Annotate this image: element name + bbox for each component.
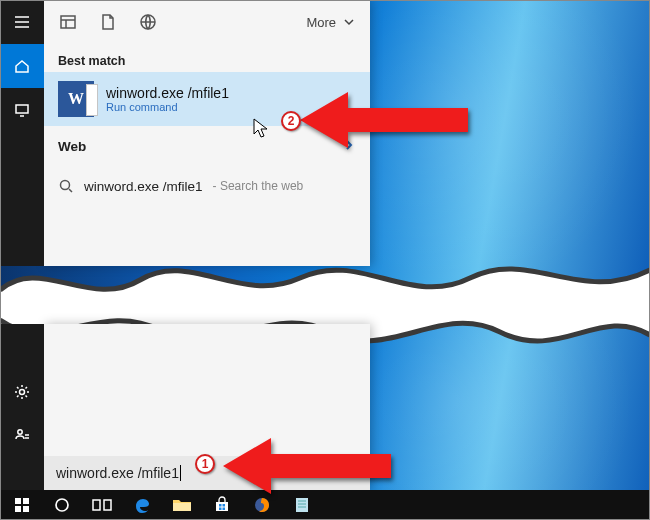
monitor-icon[interactable] [0,88,44,132]
svg-point-2 [18,430,22,434]
svg-rect-11 [93,500,100,510]
svg-rect-13 [173,503,191,511]
svg-rect-3 [61,16,75,28]
svg-rect-14 [219,504,222,507]
gear-icon[interactable] [0,370,44,414]
feedback-icon[interactable] [0,414,44,458]
svg-rect-16 [219,508,222,511]
cortana-icon[interactable] [42,490,82,520]
text-caret [180,465,181,481]
web-label: Web [58,139,86,154]
svg-marker-20 [300,92,468,148]
best-match-label: Best match [44,44,370,72]
svg-point-10 [56,499,68,511]
home-icon[interactable] [0,44,44,88]
svg-rect-7 [23,498,29,504]
svg-marker-21 [223,438,391,494]
globe-icon[interactable] [138,12,158,32]
search-header: More [44,0,370,44]
result-title: winword.exe /mfile1 [106,85,229,101]
svg-rect-8 [15,506,21,512]
task-view-icon[interactable] [82,490,122,520]
result-subtitle: Run command [106,101,229,113]
file-explorer-icon[interactable] [162,490,202,520]
svg-point-5 [61,181,70,190]
chevron-down-icon [342,15,356,29]
start-button[interactable] [2,490,42,520]
web-result[interactable]: winword.exe /mfile1 - Search the web [44,166,370,206]
word-app-icon: W [58,81,94,117]
start-rail [0,0,44,266]
more-label: More [306,15,336,30]
document-icon[interactable] [98,12,118,32]
web-result-title: winword.exe /mfile1 [84,179,203,194]
more-button[interactable]: More [306,15,356,30]
edge-icon[interactable] [122,490,162,520]
svg-rect-17 [223,508,226,511]
step-badge-1: 1 [195,454,215,474]
web-result-suffix: - Search the web [213,179,304,193]
start-rail-bottom [0,324,44,490]
search-value: winword.exe /mfile1 [56,465,179,481]
callout-arrow-2 [300,84,470,168]
svg-rect-0 [16,105,28,113]
layout-icon[interactable] [58,12,78,32]
svg-point-1 [20,390,25,395]
search-icon [58,178,74,194]
svg-rect-9 [23,506,29,512]
step-badge-2: 2 [281,111,301,131]
svg-rect-15 [223,504,226,507]
callout-arrow-1 [223,420,393,504]
svg-rect-12 [104,500,111,510]
svg-rect-6 [15,498,21,504]
hamburger-icon[interactable] [0,0,44,44]
